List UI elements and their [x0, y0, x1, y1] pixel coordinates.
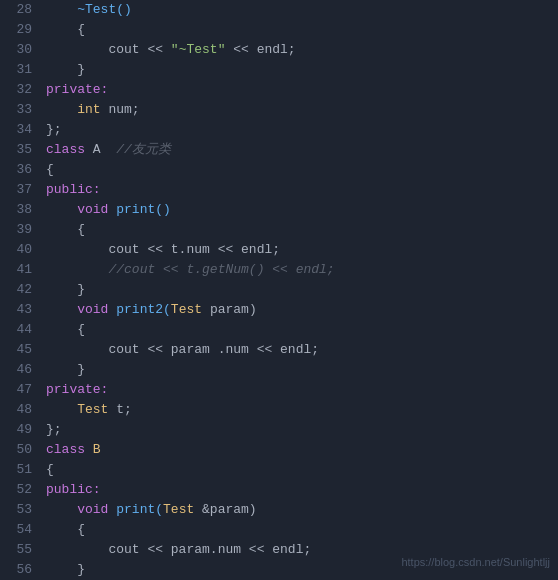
code-segment: class [46, 442, 85, 457]
code-segment: &param) [194, 502, 256, 517]
code-content: ~Test() { cout << "~Test" << endl; }priv… [42, 0, 558, 580]
code-line: } [46, 360, 558, 380]
code-line: public: [46, 180, 558, 200]
code-segment: "~Test" [171, 42, 226, 57]
code-segment: { [46, 222, 85, 237]
code-line: } [46, 280, 558, 300]
line-number: 29 [10, 20, 32, 40]
code-line: { [46, 320, 558, 340]
line-number: 45 [10, 340, 32, 360]
code-segment: public: [46, 482, 101, 497]
line-numbers: 2829303132333435363738394041424344454647… [0, 0, 42, 580]
line-number: 37 [10, 180, 32, 200]
line-number: 42 [10, 280, 32, 300]
code-segment: } [46, 562, 85, 577]
line-number: 48 [10, 400, 32, 420]
code-editor: 2829303132333435363738394041424344454647… [0, 0, 558, 580]
code-segment [46, 302, 77, 317]
code-segment: } [46, 282, 85, 297]
code-line: void print2(Test param) [46, 300, 558, 320]
code-line: //cout << t.getNum() << endl; [46, 260, 558, 280]
line-number: 38 [10, 200, 32, 220]
line-number: 31 [10, 60, 32, 80]
code-segment: t; [108, 402, 131, 417]
code-segment: }; [46, 122, 62, 137]
code-segment: { [46, 322, 85, 337]
code-segment [46, 402, 77, 417]
line-number: 33 [10, 100, 32, 120]
line-number: 30 [10, 40, 32, 60]
line-number: 54 [10, 520, 32, 540]
code-line: private: [46, 80, 558, 100]
code-line: cout << "~Test" << endl; [46, 40, 558, 60]
code-segment [46, 502, 77, 517]
code-line: cout << t.num << endl; [46, 240, 558, 260]
code-line: ~Test() [46, 0, 558, 20]
line-number: 49 [10, 420, 32, 440]
code-segment: void [77, 502, 108, 517]
code-segment [46, 262, 108, 277]
line-number: 39 [10, 220, 32, 240]
code-segment: void [77, 202, 108, 217]
code-segment: class [46, 142, 85, 157]
code-segment: param) [202, 302, 257, 317]
line-number: 34 [10, 120, 32, 140]
code-segment: A [85, 142, 116, 157]
line-number: 40 [10, 240, 32, 260]
code-segment: { [46, 522, 85, 537]
code-line: class B [46, 440, 558, 460]
code-segment: Test [163, 502, 194, 517]
code-segment: void [77, 302, 108, 317]
code-line: public: [46, 480, 558, 500]
code-segment: } [46, 362, 85, 377]
code-segment: Test [171, 302, 202, 317]
code-line: void print(Test &param) [46, 500, 558, 520]
code-segment: print2( [108, 302, 170, 317]
code-segment: { [46, 462, 54, 477]
code-segment: private: [46, 382, 108, 397]
code-segment: B [85, 442, 101, 457]
code-segment: cout << param.num << endl; [46, 542, 311, 557]
code-segment: cout << t.num << endl; [46, 242, 280, 257]
line-number: 46 [10, 360, 32, 380]
watermark: https://blog.csdn.net/Sunlightljj [401, 552, 550, 572]
code-line: class A //友元类 [46, 140, 558, 160]
code-segment: print( [108, 502, 163, 517]
code-segment: public: [46, 182, 101, 197]
line-number: 41 [10, 260, 32, 280]
code-line: { [46, 20, 558, 40]
code-line: void print() [46, 200, 558, 220]
line-number: 50 [10, 440, 32, 460]
code-segment [46, 202, 77, 217]
code-line: { [46, 160, 558, 180]
code-segment: cout << [46, 42, 171, 57]
code-segment: num; [101, 102, 140, 117]
line-number: 47 [10, 380, 32, 400]
line-number: 43 [10, 300, 32, 320]
code-segment: //cout << t.getNum() << endl; [108, 262, 334, 277]
line-number: 32 [10, 80, 32, 100]
line-number: 28 [10, 0, 32, 20]
line-number: 55 [10, 540, 32, 560]
code-segment: int [77, 102, 100, 117]
code-segment: Test [77, 402, 108, 417]
code-segment: print() [108, 202, 170, 217]
code-line: private: [46, 380, 558, 400]
code-line: Test t; [46, 400, 558, 420]
code-line: int num; [46, 100, 558, 120]
code-segment: } [46, 62, 85, 77]
code-segment: { [46, 162, 54, 177]
line-number: 44 [10, 320, 32, 340]
code-line: }; [46, 420, 558, 440]
line-number: 35 [10, 140, 32, 160]
line-number: 36 [10, 160, 32, 180]
code-line: { [46, 220, 558, 240]
code-segment: << endl; [225, 42, 295, 57]
code-line: { [46, 460, 558, 480]
code-segment: cout << param .num << endl; [46, 342, 319, 357]
line-number: 51 [10, 460, 32, 480]
code-segment: private: [46, 82, 108, 97]
line-number: 56 [10, 560, 32, 580]
code-segment: ~Test() [46, 2, 132, 17]
line-number: 52 [10, 480, 32, 500]
